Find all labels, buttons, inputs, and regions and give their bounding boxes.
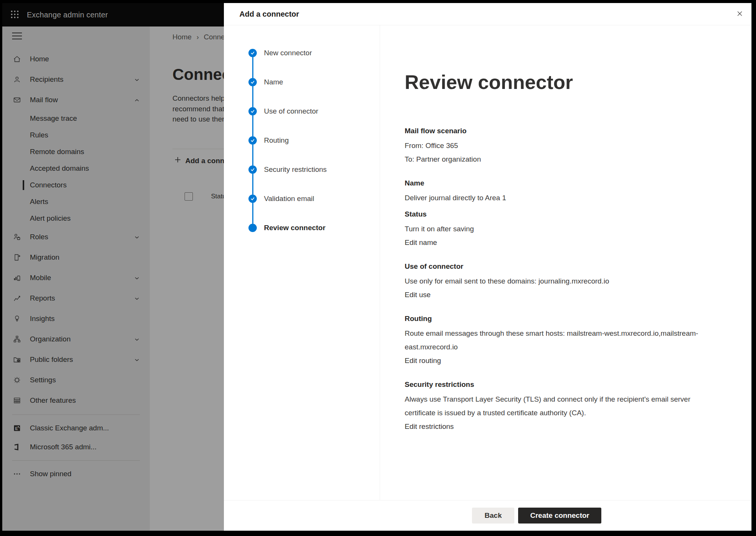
section-line: Route email messages through these smart… — [405, 327, 721, 354]
step-current-icon — [248, 224, 257, 232]
section-heading: Use of connector — [405, 262, 721, 271]
section-line: Turn it on after saving — [405, 222, 721, 236]
panel-footer: Back Create connector — [224, 500, 751, 531]
create-connector-button[interactable]: Create connector — [518, 508, 601, 524]
edit-use-link[interactable]: Edit use — [405, 288, 431, 302]
review-heading: Review connector — [405, 71, 721, 93]
edit-restrictions-link[interactable]: Edit restrictions — [405, 420, 454, 433]
section-name: Name Deliver journal directly to Area 1 — [405, 179, 721, 205]
step-new-connector[interactable]: New connector — [248, 38, 380, 67]
add-connector-panel: Add a connector New connector Name Use o… — [224, 3, 751, 531]
panel-title: Add a connector — [239, 10, 299, 19]
step-security-restrictions[interactable]: Security restrictions — [248, 155, 380, 184]
section-line: Always use Transport Layer Security (TLS… — [405, 393, 721, 420]
step-completed-icon — [248, 195, 257, 203]
back-button[interactable]: Back — [472, 508, 514, 524]
section-heading: Name — [405, 179, 721, 187]
step-label: Review connector — [264, 224, 326, 232]
panel-body: New connector Name Use of connector Rout… — [224, 25, 751, 500]
wizard-steps: New connector Name Use of connector Rout… — [224, 25, 380, 500]
section-line: To: Partner organization — [405, 153, 721, 166]
step-completed-icon — [248, 49, 257, 57]
section-line: Use only for email sent to these domains… — [405, 274, 721, 288]
section-heading: Routing — [405, 315, 721, 323]
close-icon — [736, 10, 743, 18]
section-status: Status Turn it on after saving Edit name — [405, 210, 721, 249]
step-completed-icon — [248, 165, 257, 174]
section-security-restrictions: Security restrictions Always use Transpo… — [405, 380, 721, 433]
step-completed-icon — [248, 78, 257, 86]
step-use-of-connector[interactable]: Use of connector — [248, 97, 380, 126]
step-validation-email[interactable]: Validation email — [248, 184, 380, 213]
step-label: Name — [264, 78, 283, 86]
step-label: Security restrictions — [264, 165, 327, 174]
step-label: Use of connector — [264, 107, 318, 115]
section-line: From: Office 365 — [405, 139, 721, 153]
section-routing: Routing Route email messages through the… — [405, 315, 721, 368]
step-completed-icon — [248, 136, 257, 145]
section-line: Deliver journal directly to Area 1 — [405, 191, 721, 205]
step-label: New connector — [264, 49, 312, 57]
step-routing[interactable]: Routing — [248, 126, 380, 155]
section-heading: Status — [405, 210, 721, 218]
section-mail-flow-scenario: Mail flow scenario From: Office 365 To: … — [405, 127, 721, 166]
review-content: Review connector Mail flow scenario From… — [380, 25, 751, 500]
section-use-of-connector: Use of connector Use only for email sent… — [405, 262, 721, 302]
step-name[interactable]: Name — [248, 67, 380, 97]
step-completed-icon — [248, 107, 257, 115]
app-window: Exchange admin center Home Recipients Ma… — [2, 3, 751, 531]
step-label: Validation email — [264, 195, 314, 203]
panel-header: Add a connector — [224, 3, 751, 25]
edit-routing-link[interactable]: Edit routing — [405, 354, 441, 368]
edit-name-link[interactable]: Edit name — [405, 236, 437, 249]
step-review-connector[interactable]: Review connector — [248, 213, 380, 242]
step-label: Routing — [264, 136, 289, 145]
section-heading: Mail flow scenario — [405, 127, 721, 135]
section-heading: Security restrictions — [405, 380, 721, 389]
close-button[interactable] — [734, 8, 746, 20]
